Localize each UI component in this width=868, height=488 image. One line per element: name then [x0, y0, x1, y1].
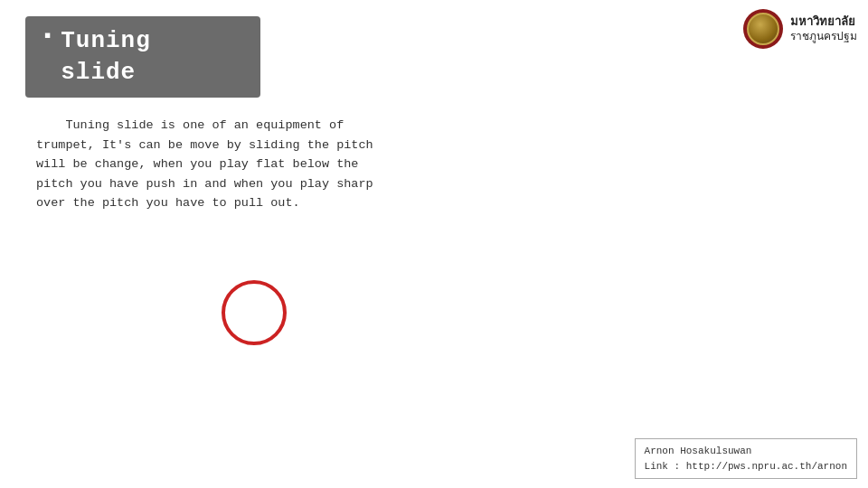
title-bullet: ▪	[42, 25, 53, 49]
logo-circle-inner	[747, 13, 779, 45]
title-box: ▪ Tuning slide	[25, 16, 260, 98]
red-circle-decoration	[222, 280, 287, 345]
title-line2: slide	[61, 59, 136, 86]
title-line1: Tuning	[61, 27, 151, 54]
logo-university-sub: ราชภูนครปฐม	[790, 30, 857, 44]
logo-icon	[743, 9, 783, 49]
footer-name: Arnon Hosakulsuwan	[645, 444, 847, 459]
title-text: Tuning slide	[61, 25, 151, 89]
logo-text: มหาวิทยาลัย ราชภูนครปฐม	[790, 14, 857, 43]
body-text: Tuning slide is one of an equipment of t…	[36, 116, 488, 213]
footer-attribution: Arnon Hosakulsuwan Link : http://pws.npr…	[635, 438, 857, 479]
slide-container: ▪ Tuning slide มหาวิทยาลัย ราชภูนครปฐม T…	[0, 0, 868, 488]
footer-link: Link : http://pws.npru.ac.th/arnon	[645, 459, 847, 474]
logo-university-name: มหาวิทยาลัย	[790, 14, 857, 30]
logo-area: มหาวิทยาลัย ราชภูนครปฐม	[743, 9, 857, 49]
